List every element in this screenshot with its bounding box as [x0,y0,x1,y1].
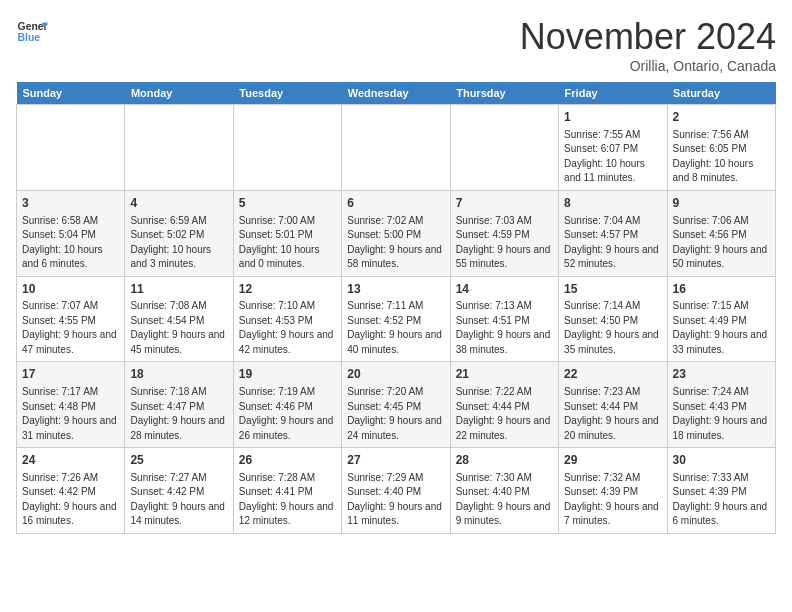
day-info: Sunrise: 7:19 AMSunset: 4:46 PMDaylight:… [239,385,336,443]
weekday-header-tuesday: Tuesday [233,82,341,105]
day-info: Sunrise: 7:00 AMSunset: 5:01 PMDaylight:… [239,214,336,272]
calendar-cell-25: 25Sunrise: 7:27 AMSunset: 4:42 PMDayligh… [125,448,233,534]
day-info: Sunrise: 7:30 AMSunset: 4:40 PMDaylight:… [456,471,553,529]
day-number: 22 [564,366,661,383]
day-number: 29 [564,452,661,469]
day-number: 2 [673,109,770,126]
weekday-header-wednesday: Wednesday [342,82,450,105]
day-number: 24 [22,452,119,469]
calendar-cell-27: 27Sunrise: 7:29 AMSunset: 4:40 PMDayligh… [342,448,450,534]
calendar-cell-7: 7Sunrise: 7:03 AMSunset: 4:59 PMDaylight… [450,190,558,276]
calendar-cell-10: 10Sunrise: 7:07 AMSunset: 4:55 PMDayligh… [17,276,125,362]
day-number: 25 [130,452,227,469]
day-number: 21 [456,366,553,383]
day-info: Sunrise: 6:59 AMSunset: 5:02 PMDaylight:… [130,214,227,272]
day-info: Sunrise: 6:58 AMSunset: 5:04 PMDaylight:… [22,214,119,272]
day-info: Sunrise: 7:23 AMSunset: 4:44 PMDaylight:… [564,385,661,443]
day-info: Sunrise: 7:28 AMSunset: 4:41 PMDaylight:… [239,471,336,529]
day-number: 27 [347,452,444,469]
calendar-cell-12: 12Sunrise: 7:10 AMSunset: 4:53 PMDayligh… [233,276,341,362]
calendar-cell-15: 15Sunrise: 7:14 AMSunset: 4:50 PMDayligh… [559,276,667,362]
day-info: Sunrise: 7:14 AMSunset: 4:50 PMDaylight:… [564,299,661,357]
weekday-header-row: SundayMondayTuesdayWednesdayThursdayFrid… [17,82,776,105]
day-number: 26 [239,452,336,469]
week-row-4: 17Sunrise: 7:17 AMSunset: 4:48 PMDayligh… [17,362,776,448]
day-info: Sunrise: 7:22 AMSunset: 4:44 PMDaylight:… [456,385,553,443]
day-info: Sunrise: 7:17 AMSunset: 4:48 PMDaylight:… [22,385,119,443]
calendar-cell-16: 16Sunrise: 7:15 AMSunset: 4:49 PMDayligh… [667,276,775,362]
day-number: 13 [347,281,444,298]
calendar-cell-empty [450,105,558,191]
day-number: 11 [130,281,227,298]
logo-icon: General Blue [16,16,48,48]
calendar-cell-29: 29Sunrise: 7:32 AMSunset: 4:39 PMDayligh… [559,448,667,534]
calendar-cell-24: 24Sunrise: 7:26 AMSunset: 4:42 PMDayligh… [17,448,125,534]
weekday-header-monday: Monday [125,82,233,105]
calendar-cell-20: 20Sunrise: 7:20 AMSunset: 4:45 PMDayligh… [342,362,450,448]
calendar-cell-2: 2Sunrise: 7:56 AMSunset: 6:05 PMDaylight… [667,105,775,191]
calendar-cell-18: 18Sunrise: 7:18 AMSunset: 4:47 PMDayligh… [125,362,233,448]
day-info: Sunrise: 7:55 AMSunset: 6:07 PMDaylight:… [564,128,661,186]
week-row-2: 3Sunrise: 6:58 AMSunset: 5:04 PMDaylight… [17,190,776,276]
week-row-5: 24Sunrise: 7:26 AMSunset: 4:42 PMDayligh… [17,448,776,534]
location: Orillia, Ontario, Canada [520,58,776,74]
week-row-3: 10Sunrise: 7:07 AMSunset: 4:55 PMDayligh… [17,276,776,362]
calendar-cell-empty [233,105,341,191]
weekday-header-thursday: Thursday [450,82,558,105]
day-number: 16 [673,281,770,298]
day-number: 3 [22,195,119,212]
day-info: Sunrise: 7:32 AMSunset: 4:39 PMDaylight:… [564,471,661,529]
day-number: 8 [564,195,661,212]
day-info: Sunrise: 7:11 AMSunset: 4:52 PMDaylight:… [347,299,444,357]
calendar-cell-21: 21Sunrise: 7:22 AMSunset: 4:44 PMDayligh… [450,362,558,448]
day-number: 15 [564,281,661,298]
day-number: 28 [456,452,553,469]
month-title: November 2024 [520,16,776,58]
calendar-cell-4: 4Sunrise: 6:59 AMSunset: 5:02 PMDaylight… [125,190,233,276]
calendar-table: SundayMondayTuesdayWednesdayThursdayFrid… [16,82,776,534]
calendar-cell-1: 1Sunrise: 7:55 AMSunset: 6:07 PMDaylight… [559,105,667,191]
day-info: Sunrise: 7:29 AMSunset: 4:40 PMDaylight:… [347,471,444,529]
day-number: 4 [130,195,227,212]
day-number: 5 [239,195,336,212]
day-info: Sunrise: 7:10 AMSunset: 4:53 PMDaylight:… [239,299,336,357]
day-info: Sunrise: 7:33 AMSunset: 4:39 PMDaylight:… [673,471,770,529]
calendar-cell-22: 22Sunrise: 7:23 AMSunset: 4:44 PMDayligh… [559,362,667,448]
calendar-cell-5: 5Sunrise: 7:00 AMSunset: 5:01 PMDaylight… [233,190,341,276]
day-info: Sunrise: 7:08 AMSunset: 4:54 PMDaylight:… [130,299,227,357]
day-number: 14 [456,281,553,298]
day-number: 6 [347,195,444,212]
week-row-1: 1Sunrise: 7:55 AMSunset: 6:07 PMDaylight… [17,105,776,191]
day-info: Sunrise: 7:02 AMSunset: 5:00 PMDaylight:… [347,214,444,272]
calendar-cell-28: 28Sunrise: 7:30 AMSunset: 4:40 PMDayligh… [450,448,558,534]
day-info: Sunrise: 7:24 AMSunset: 4:43 PMDaylight:… [673,385,770,443]
day-info: Sunrise: 7:20 AMSunset: 4:45 PMDaylight:… [347,385,444,443]
day-info: Sunrise: 7:27 AMSunset: 4:42 PMDaylight:… [130,471,227,529]
calendar-cell-30: 30Sunrise: 7:33 AMSunset: 4:39 PMDayligh… [667,448,775,534]
page-header: General Blue November 2024 Orillia, Onta… [16,16,776,74]
day-info: Sunrise: 7:03 AMSunset: 4:59 PMDaylight:… [456,214,553,272]
day-info: Sunrise: 7:06 AMSunset: 4:56 PMDaylight:… [673,214,770,272]
calendar-cell-26: 26Sunrise: 7:28 AMSunset: 4:41 PMDayligh… [233,448,341,534]
logo: General Blue [16,16,48,48]
day-number: 18 [130,366,227,383]
svg-text:Blue: Blue [18,32,41,43]
day-number: 1 [564,109,661,126]
day-number: 19 [239,366,336,383]
day-number: 17 [22,366,119,383]
calendar-cell-6: 6Sunrise: 7:02 AMSunset: 5:00 PMDaylight… [342,190,450,276]
calendar-cell-empty [17,105,125,191]
calendar-cell-8: 8Sunrise: 7:04 AMSunset: 4:57 PMDaylight… [559,190,667,276]
day-info: Sunrise: 7:15 AMSunset: 4:49 PMDaylight:… [673,299,770,357]
weekday-header-friday: Friday [559,82,667,105]
weekday-header-sunday: Sunday [17,82,125,105]
day-number: 10 [22,281,119,298]
title-block: November 2024 Orillia, Ontario, Canada [520,16,776,74]
calendar-cell-empty [342,105,450,191]
day-number: 12 [239,281,336,298]
day-number: 9 [673,195,770,212]
calendar-cell-9: 9Sunrise: 7:06 AMSunset: 4:56 PMDaylight… [667,190,775,276]
calendar-cell-11: 11Sunrise: 7:08 AMSunset: 4:54 PMDayligh… [125,276,233,362]
day-info: Sunrise: 7:07 AMSunset: 4:55 PMDaylight:… [22,299,119,357]
day-info: Sunrise: 7:04 AMSunset: 4:57 PMDaylight:… [564,214,661,272]
